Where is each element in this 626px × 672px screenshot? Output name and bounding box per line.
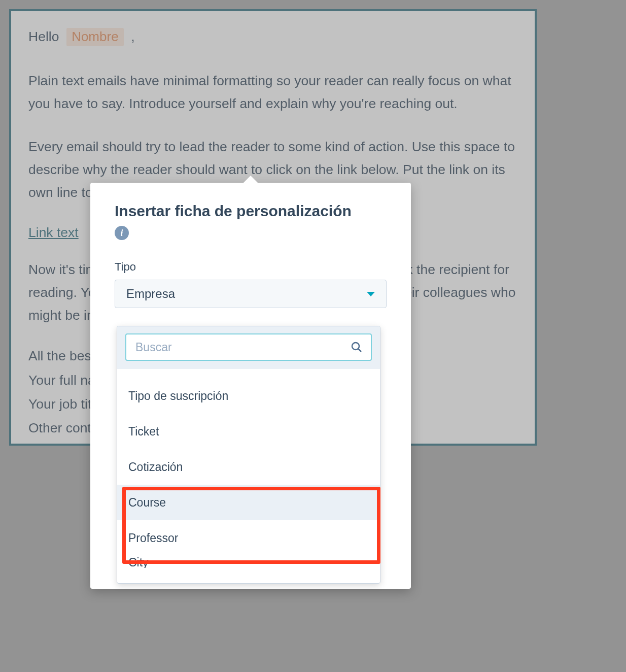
svg-point-0 [352,343,359,350]
type-dropdown-panel: Elemento de línea Tipo de suscripción Ti… [117,326,380,584]
popover-arrow [242,176,259,184]
dropdown-search-box[interactable] [125,333,372,361]
dropdown-search-wrap [117,326,380,369]
svg-line-1 [358,349,361,352]
dropdown-option[interactable]: Cotización [117,449,380,485]
chevron-down-icon [367,292,375,296]
search-input[interactable] [135,341,344,354]
search-icon [351,341,363,353]
type-label: Tipo [115,260,387,274]
type-select-value: Empresa [126,287,175,301]
dropdown-option[interactable]: Elemento de línea [117,369,380,378]
info-icon[interactable]: i [115,226,129,240]
popover-title: Insertar ficha de personalización [115,201,387,221]
dropdown-option[interactable]: Course [117,485,380,520]
dropdown-option[interactable]: Professor [117,520,380,556]
dropdown-option[interactable]: City [117,556,380,568]
dropdown-option[interactable]: Tipo de suscripción [117,378,380,414]
dropdown-option[interactable]: Ticket [117,414,380,449]
dropdown-option-list[interactable]: Elemento de línea Tipo de suscripción Ti… [117,369,380,582]
type-select[interactable]: Empresa [115,280,387,308]
